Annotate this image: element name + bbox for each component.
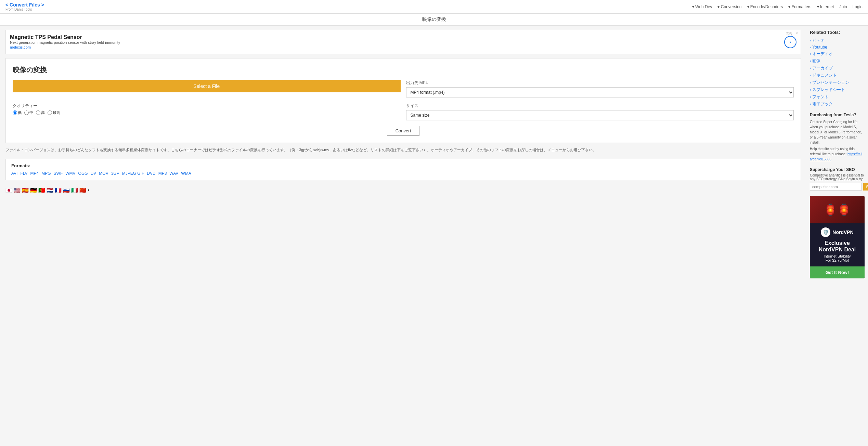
page-title-bar: 映像の変換 (0, 14, 868, 26)
nordvpn-cta-button[interactable]: Get It Now! (810, 266, 865, 278)
quality-radio-label-high[interactable]: 高 (36, 110, 45, 115)
flag-item[interactable]: 🇪🇸 (22, 187, 29, 194)
seo-search-button[interactable]: Search (863, 183, 868, 191)
nav-item-encode-decoders[interactable]: ▾ Encode/Decoders (747, 4, 783, 9)
format-link-flv[interactable]: FLV (20, 171, 27, 176)
select-file-button[interactable]: Select a File (13, 80, 401, 92)
flag-item[interactable]: 🇨🇳 (79, 187, 86, 194)
quality-radio-high[interactable] (36, 110, 40, 115)
format-link-wma[interactable]: WMA (181, 171, 191, 176)
quality-radio-low[interactable] (13, 110, 17, 115)
format-link-mp3[interactable]: MP3 (158, 171, 167, 176)
logo-sub: From Dan's Tools (5, 8, 44, 11)
chevron-icon: › (810, 45, 811, 49)
nav-item-join[interactable]: Join (840, 4, 847, 9)
related-tools-list: ›ビデオ›Youtube›オーディオ›画像›アーカイブ›ドキュメント›プレゼンテ… (810, 38, 865, 107)
sidebar-item-画像[interactable]: ›画像 (810, 58, 865, 64)
tesla-desc: Get free Super Charging for life when yo… (810, 119, 865, 145)
format-link-ogg[interactable]: OGG (78, 171, 88, 176)
sidebar: Related Tools: ›ビデオ›Youtube›オーディオ›画像›アーカ… (806, 26, 868, 283)
format-link-wmv[interactable]: WMV (65, 171, 75, 176)
output-format-select[interactable]: MP4 format (.mp4) (406, 87, 794, 97)
seo-title: Supercharge Your SEO (810, 167, 865, 172)
tool-name-label: Youtube (812, 45, 827, 50)
chevron-icon: › (810, 88, 811, 92)
flag-item[interactable]: 🇵🇹 (38, 187, 45, 194)
sidebar-item-フォント[interactable]: ›フォント (810, 94, 865, 100)
format-link-mov[interactable]: MOV (99, 171, 108, 176)
formats-section: Formats: AVIFLVMP4MPGSWFWMVOGGDVMOV3GPMJ… (5, 159, 801, 180)
ad-heading: Magnetic TPS Pedal Sensor (10, 34, 120, 40)
convert-button[interactable]: Convert (387, 126, 420, 136)
flag-item[interactable]: 🇷🇺 (63, 187, 70, 194)
chevron-icon: › (810, 74, 811, 77)
quality-label: クオリティー (13, 103, 401, 109)
format-link-wav[interactable]: WAV (169, 171, 178, 176)
header: < Convert Files > From Dan's Tools ▾ Web… (0, 0, 868, 14)
related-tools-title: Related Tools: (810, 30, 865, 35)
flag-item[interactable]: 🇩🇪 (30, 187, 37, 194)
ad-arrow-button[interactable]: › (784, 36, 796, 48)
format-link-mp4[interactable]: MP4 (30, 171, 39, 176)
tool-name-label: アーカイブ (812, 65, 833, 71)
seo-desc: Competitive analytics is essential to an… (810, 173, 865, 181)
tool-name-label: ドキュメント (812, 73, 837, 78)
chevron-icon: › (810, 39, 811, 42)
nav-item-conversion[interactable]: ▾ Conversion (717, 4, 741, 9)
format-links: AVIFLVMP4MPGSWFWMVOGGDVMOV3GPMJPEG GIFDV… (11, 171, 795, 176)
sidebar-item-ドキュメント[interactable]: ›ドキュメント (810, 73, 865, 78)
nav-item-formatters[interactable]: ▾ Formatters (788, 4, 811, 9)
quality-radio-label-medium[interactable]: 中 (24, 110, 33, 115)
seo-section: Supercharge Your SEO Competitive analyti… (810, 167, 865, 191)
ad-description: Next generation magnetic position sensor… (10, 40, 120, 44)
format-link-mjpeg gif[interactable]: MJPEG GIF (122, 171, 144, 176)
quality-radios: 低中高最高 (13, 110, 401, 115)
format-link-dvd[interactable]: DVD (147, 171, 155, 176)
flag-item[interactable]: • (88, 187, 90, 193)
converter-left: Select a File (13, 80, 401, 92)
quality-radio-label-low[interactable]: 低 (13, 110, 22, 115)
sidebar-item-アーカイブ[interactable]: ›アーカイブ (810, 65, 865, 71)
lantern-decoration: 🏮🏮 (810, 196, 865, 223)
nordvpn-headline: Exclusive NordVPN Deal (814, 240, 860, 253)
ad-close-button[interactable]: × (796, 31, 798, 35)
header-logo: < Convert Files > From Dan's Tools (5, 2, 44, 11)
sidebar-item-電子ブック[interactable]: ›電子ブック (810, 101, 865, 107)
nordvpn-logo-text: NordVPN (832, 229, 853, 235)
seo-search-input[interactable] (810, 183, 862, 191)
size-section: サイズ Same size (406, 103, 794, 120)
flag-item[interactable]: 🇮🇹 (71, 187, 78, 194)
ad-text: Magnetic TPS Pedal Sensor Next generatio… (10, 34, 120, 50)
tesla-promo: Purchasing from Tesla? Get free Super Ch… (810, 113, 865, 162)
chevron-icon: › (810, 52, 811, 56)
format-link-3gp[interactable]: 3GP (111, 171, 119, 176)
nav-item-web-dev[interactable]: ▾ Web Dev (692, 4, 712, 9)
logo-main[interactable]: < Convert Files > (5, 2, 44, 8)
flag-item[interactable]: 🇺🇸 (14, 187, 21, 194)
quality-radio-max[interactable] (48, 110, 52, 115)
output-label: 出力先 MP4 (406, 80, 794, 86)
flag-item[interactable]: 🇫🇷 (55, 187, 62, 194)
sidebar-item-プレゼンテーション[interactable]: ›プレゼンテーション (810, 80, 865, 86)
flag-item[interactable]: 🇯🇵 (5, 187, 12, 194)
sidebar-item-ビデオ[interactable]: ›ビデオ (810, 38, 865, 43)
flag-item[interactable]: 🇳🇱 (47, 187, 53, 194)
nav-item-internet[interactable]: ▾ Internet (817, 4, 834, 9)
page-title: 映像の変換 (422, 16, 446, 22)
nav-item-login[interactable]: Login (853, 4, 863, 9)
sidebar-item-Youtube[interactable]: ›Youtube (810, 45, 865, 50)
chevron-icon: › (810, 102, 811, 106)
sidebar-item-オーディオ[interactable]: ›オーディオ (810, 51, 865, 57)
size-select[interactable]: Same size (406, 110, 794, 120)
converter-input-row: Select a File 出力先 MP4 MP4 format (.mp4) (13, 80, 794, 97)
nordvpn-logo: 🛡️ NordVPN (814, 227, 860, 237)
format-link-swf[interactable]: SWF (54, 171, 63, 176)
quality-radio-medium[interactable] (24, 110, 29, 115)
converter-box: 映像の変換 Select a File 出力先 MP4 MP4 format (… (5, 58, 801, 143)
format-link-dv[interactable]: DV (91, 171, 96, 176)
flags-section: 🇯🇵🇺🇸🇪🇸🇩🇪🇵🇹🇳🇱🇫🇷🇷🇺🇮🇹🇨🇳• (5, 184, 801, 196)
format-link-avi[interactable]: AVI (11, 171, 17, 176)
format-link-mpg[interactable]: MPG (41, 171, 51, 176)
quality-radio-label-max[interactable]: 最高 (48, 110, 60, 115)
sidebar-item-スプレッドシート[interactable]: ›スプレッドシート (810, 87, 865, 93)
